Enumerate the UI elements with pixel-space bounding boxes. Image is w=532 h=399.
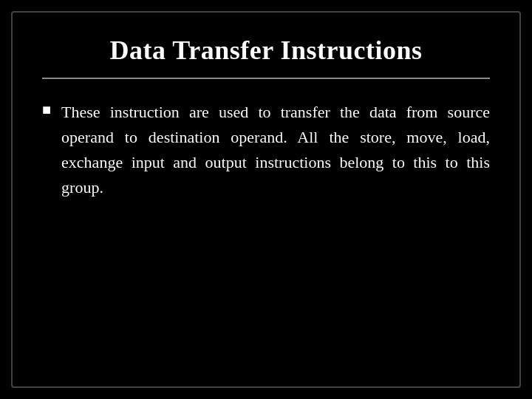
slide-title: Data Transfer Instructions	[42, 35, 490, 66]
title-divider	[42, 78, 490, 79]
content-area: ■ These instruction are used to transfer…	[42, 100, 490, 364]
bullet-marker: ■	[42, 101, 51, 118]
slide-container: Data Transfer Instructions ■ These instr…	[11, 11, 521, 388]
bullet-item: ■ These instruction are used to transfer…	[42, 100, 490, 200]
bullet-text: These instruction are used to transfer t…	[61, 100, 490, 200]
